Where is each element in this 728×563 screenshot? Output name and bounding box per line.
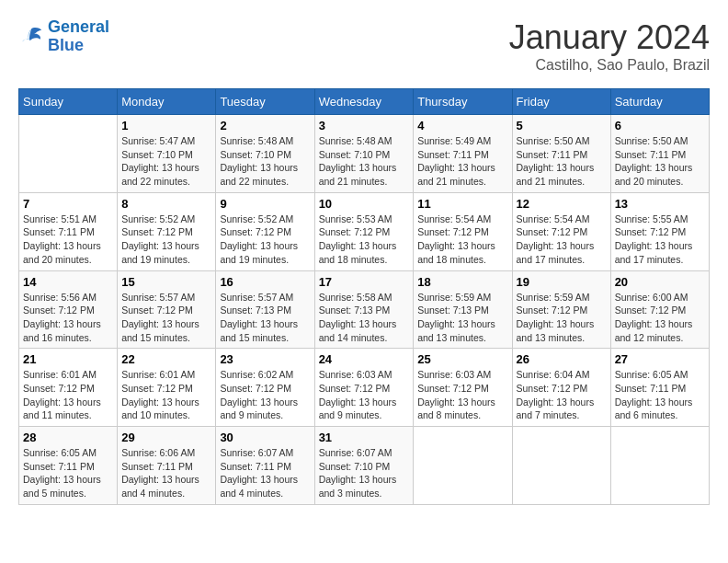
day-info: Sunrise: 5:48 AMSunset: 7:10 PMDaylight:… bbox=[220, 134, 310, 189]
calendar-cell: 12Sunrise: 5:54 AMSunset: 7:12 PMDayligh… bbox=[512, 192, 610, 270]
day-info: Sunrise: 6:06 AMSunset: 7:11 PMDaylight:… bbox=[121, 446, 211, 500]
day-number: 4 bbox=[417, 119, 507, 132]
day-info: Sunrise: 5:51 AMSunset: 7:11 PMDaylight:… bbox=[23, 213, 113, 267]
day-info: Sunrise: 6:01 AMSunset: 7:12 PMDaylight:… bbox=[121, 368, 211, 422]
calendar-cell: 19Sunrise: 5:59 AMSunset: 7:12 PMDayligh… bbox=[512, 270, 610, 349]
calendar-cell: 6Sunrise: 5:50 AMSunset: 7:11 PMDaylight… bbox=[610, 115, 709, 193]
day-number: 27 bbox=[615, 352, 705, 366]
day-number: 8 bbox=[121, 197, 211, 211]
day-number: 15 bbox=[121, 275, 211, 289]
day-number: 22 bbox=[121, 352, 211, 366]
calendar-cell: 26Sunrise: 6:04 AMSunset: 7:12 PMDayligh… bbox=[512, 349, 610, 427]
day-number: 11 bbox=[417, 197, 507, 211]
day-info: Sunrise: 5:50 AMSunset: 7:11 PMDaylight:… bbox=[517, 134, 607, 189]
day-info: Sunrise: 5:57 AMSunset: 7:12 PMDaylight:… bbox=[121, 291, 211, 345]
day-number: 23 bbox=[220, 352, 310, 366]
day-info: Sunrise: 5:54 AMSunset: 7:12 PMDaylight:… bbox=[417, 213, 507, 267]
logo-text: General Blue bbox=[48, 18, 109, 55]
calendar-cell: 11Sunrise: 5:54 AMSunset: 7:12 PMDayligh… bbox=[414, 192, 512, 270]
day-number: 29 bbox=[121, 431, 211, 444]
day-number: 17 bbox=[319, 275, 410, 289]
calendar-cell: 8Sunrise: 5:52 AMSunset: 7:12 PMDaylight… bbox=[118, 192, 216, 270]
day-info: Sunrise: 5:50 AMSunset: 7:11 PMDaylight:… bbox=[615, 134, 705, 189]
logo-icon bbox=[18, 24, 44, 50]
calendar-cell: 15Sunrise: 5:57 AMSunset: 7:12 PMDayligh… bbox=[118, 270, 216, 349]
calendar-cell: 21Sunrise: 6:01 AMSunset: 7:12 PMDayligh… bbox=[19, 349, 118, 427]
calendar-table: SundayMondayTuesdayWednesdayThursdayFrid… bbox=[18, 88, 710, 505]
day-info: Sunrise: 6:03 AMSunset: 7:12 PMDaylight:… bbox=[319, 368, 410, 422]
calendar-cell: 3Sunrise: 5:48 AMSunset: 7:10 PMDaylight… bbox=[314, 115, 414, 193]
day-number: 6 bbox=[615, 119, 705, 132]
header-thursday: Thursday bbox=[414, 89, 512, 115]
day-info: Sunrise: 6:07 AMSunset: 7:11 PMDaylight:… bbox=[220, 446, 310, 500]
header-tuesday: Tuesday bbox=[216, 89, 314, 115]
calendar-cell: 18Sunrise: 5:59 AMSunset: 7:13 PMDayligh… bbox=[414, 270, 512, 349]
day-number: 13 bbox=[615, 197, 705, 211]
header-monday: Monday bbox=[118, 89, 216, 115]
day-info: Sunrise: 5:56 AMSunset: 7:12 PMDaylight:… bbox=[23, 291, 113, 345]
calendar-cell: 16Sunrise: 5:57 AMSunset: 7:13 PMDayligh… bbox=[216, 270, 314, 349]
header-sunday: Sunday bbox=[19, 89, 118, 115]
day-number: 3 bbox=[319, 119, 410, 132]
day-info: Sunrise: 5:52 AMSunset: 7:12 PMDaylight:… bbox=[121, 213, 211, 267]
calendar-cell: 4Sunrise: 5:49 AMSunset: 7:11 PMDaylight… bbox=[414, 115, 512, 193]
header-friday: Friday bbox=[512, 89, 610, 115]
day-number: 7 bbox=[23, 197, 113, 211]
week-row-2: 7Sunrise: 5:51 AMSunset: 7:11 PMDaylight… bbox=[19, 192, 710, 270]
calendar-cell: 27Sunrise: 6:05 AMSunset: 7:11 PMDayligh… bbox=[610, 349, 709, 427]
calendar-cell: 20Sunrise: 6:00 AMSunset: 7:12 PMDayligh… bbox=[610, 270, 709, 349]
day-number: 14 bbox=[23, 275, 113, 289]
calendar-cell bbox=[19, 115, 118, 193]
calendar-cell bbox=[414, 427, 512, 505]
day-number: 24 bbox=[319, 352, 410, 366]
day-info: Sunrise: 5:59 AMSunset: 7:13 PMDaylight:… bbox=[417, 291, 507, 345]
calendar-cell: 1Sunrise: 5:47 AMSunset: 7:10 PMDaylight… bbox=[118, 115, 216, 193]
calendar-subtitle: Castilho, Sao Paulo, Brazil bbox=[509, 57, 710, 74]
day-number: 1 bbox=[121, 119, 211, 132]
day-number: 10 bbox=[319, 197, 410, 211]
calendar-cell: 5Sunrise: 5:50 AMSunset: 7:11 PMDaylight… bbox=[512, 115, 610, 193]
day-info: Sunrise: 5:47 AMSunset: 7:10 PMDaylight:… bbox=[121, 134, 211, 189]
calendar-cell: 29Sunrise: 6:06 AMSunset: 7:11 PMDayligh… bbox=[118, 427, 216, 505]
week-row-5: 28Sunrise: 6:05 AMSunset: 7:11 PMDayligh… bbox=[19, 427, 710, 505]
day-number: 26 bbox=[517, 352, 607, 366]
day-info: Sunrise: 5:57 AMSunset: 7:13 PMDaylight:… bbox=[220, 291, 310, 345]
calendar-cell: 25Sunrise: 6:03 AMSunset: 7:12 PMDayligh… bbox=[414, 349, 512, 427]
day-number: 5 bbox=[517, 119, 607, 132]
day-number: 19 bbox=[517, 275, 607, 289]
day-number: 16 bbox=[220, 275, 310, 289]
day-info: Sunrise: 6:03 AMSunset: 7:12 PMDaylight:… bbox=[417, 368, 507, 422]
calendar-cell: 7Sunrise: 5:51 AMSunset: 7:11 PMDaylight… bbox=[19, 192, 118, 270]
page-header: General Blue January 2024 Castilho, Sao … bbox=[18, 18, 710, 74]
header-saturday: Saturday bbox=[610, 89, 709, 115]
day-info: Sunrise: 5:52 AMSunset: 7:12 PMDaylight:… bbox=[220, 213, 310, 267]
calendar-cell: 31Sunrise: 6:07 AMSunset: 7:10 PMDayligh… bbox=[314, 427, 414, 505]
day-info: Sunrise: 6:04 AMSunset: 7:12 PMDaylight:… bbox=[517, 368, 607, 422]
day-number: 12 bbox=[517, 197, 607, 211]
day-info: Sunrise: 5:55 AMSunset: 7:12 PMDaylight:… bbox=[615, 213, 705, 267]
week-row-4: 21Sunrise: 6:01 AMSunset: 7:12 PMDayligh… bbox=[19, 349, 710, 427]
day-info: Sunrise: 5:54 AMSunset: 7:12 PMDaylight:… bbox=[517, 213, 607, 267]
day-info: Sunrise: 5:48 AMSunset: 7:10 PMDaylight:… bbox=[319, 134, 410, 189]
header-wednesday: Wednesday bbox=[314, 89, 414, 115]
calendar-cell: 23Sunrise: 6:02 AMSunset: 7:12 PMDayligh… bbox=[216, 349, 314, 427]
calendar-cell: 14Sunrise: 5:56 AMSunset: 7:12 PMDayligh… bbox=[19, 270, 118, 349]
day-number: 9 bbox=[220, 197, 310, 211]
day-number: 31 bbox=[319, 431, 410, 444]
day-number: 18 bbox=[417, 275, 507, 289]
calendar-cell bbox=[512, 427, 610, 505]
day-info: Sunrise: 5:59 AMSunset: 7:12 PMDaylight:… bbox=[517, 291, 607, 345]
day-number: 20 bbox=[615, 275, 705, 289]
day-info: Sunrise: 5:49 AMSunset: 7:11 PMDaylight:… bbox=[417, 134, 507, 189]
week-row-3: 14Sunrise: 5:56 AMSunset: 7:12 PMDayligh… bbox=[19, 270, 710, 349]
day-info: Sunrise: 6:02 AMSunset: 7:12 PMDaylight:… bbox=[220, 368, 310, 422]
day-info: Sunrise: 5:53 AMSunset: 7:12 PMDaylight:… bbox=[319, 213, 410, 267]
day-number: 25 bbox=[417, 352, 507, 366]
calendar-cell: 2Sunrise: 5:48 AMSunset: 7:10 PMDaylight… bbox=[216, 115, 314, 193]
logo: General Blue bbox=[18, 18, 109, 55]
weekday-header-row: SundayMondayTuesdayWednesdayThursdayFrid… bbox=[19, 89, 710, 115]
day-info: Sunrise: 6:07 AMSunset: 7:10 PMDaylight:… bbox=[319, 446, 410, 500]
day-info: Sunrise: 6:05 AMSunset: 7:11 PMDaylight:… bbox=[615, 368, 705, 422]
calendar-cell: 17Sunrise: 5:58 AMSunset: 7:13 PMDayligh… bbox=[314, 270, 414, 349]
day-info: Sunrise: 6:01 AMSunset: 7:12 PMDaylight:… bbox=[23, 368, 113, 422]
